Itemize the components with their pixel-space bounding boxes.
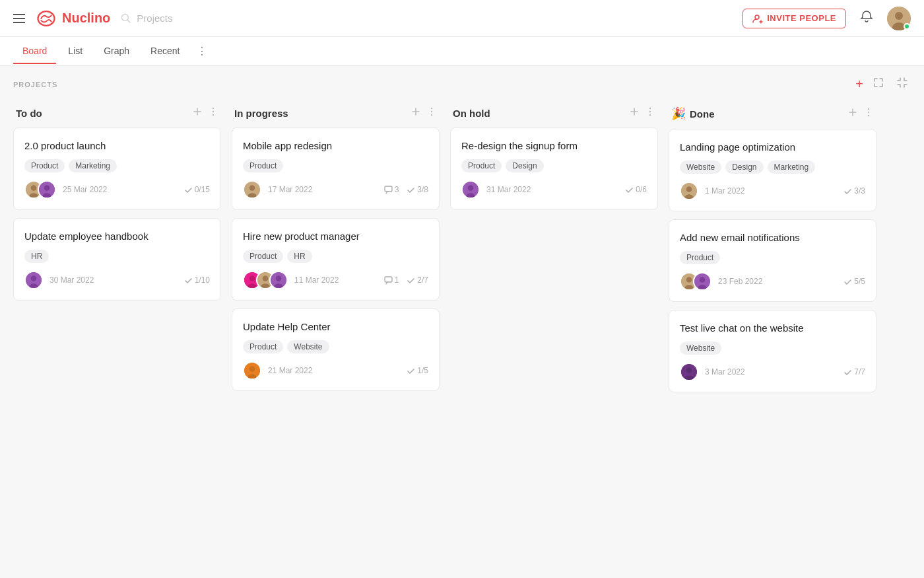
svg-point-42 [468, 185, 474, 191]
card-date: 23 Feb 2022 [718, 277, 762, 286]
svg-point-6 [213, 108, 214, 109]
column-header-in-progress: In progress [232, 101, 440, 127]
card[interactable]: Test live chat on the websiteWebsite 3 M… [669, 310, 876, 392]
card-tag: Product [680, 251, 720, 264]
projects-bar: PROJECTS + [0, 66, 924, 98]
card-avatars [24, 180, 56, 199]
more-tabs-button[interactable]: ⋮ [191, 38, 213, 64]
card[interactable]: Re-design the signup formProductDesign 3… [450, 127, 658, 210]
column-header-todo: To do [13, 101, 221, 127]
svg-point-22 [249, 185, 255, 191]
column-more-button-in-progress[interactable] [426, 106, 437, 120]
card-avatar [680, 363, 698, 381]
expand-button[interactable] [870, 75, 887, 93]
online-indicator [904, 23, 910, 30]
card-avatars [24, 271, 43, 289]
card[interactable]: Landing page optimizationWebsiteDesignMa… [669, 129, 876, 211]
card[interactable]: Mobile app redesignProduct 17 Mar 2022 3… [232, 127, 440, 210]
card-meta: 3 3/8 [384, 185, 428, 194]
card-footer: 23 Feb 2022 5/5 [680, 272, 865, 291]
invite-people-button[interactable]: INVITE PEOPLE [742, 9, 846, 28]
add-card-button-todo[interactable] [192, 106, 203, 120]
card-meta: 0/15 [184, 185, 210, 194]
tab-list[interactable]: List [59, 39, 92, 64]
logo-svg [36, 9, 57, 28]
done-emoji: 🎉 [671, 106, 686, 121]
card[interactable]: Add new email notificationsProduct 23 Fe… [669, 219, 876, 302]
card-tags: Website [680, 342, 865, 355]
svg-point-7 [213, 111, 214, 112]
column-on-hold: On holdRe-design the signup formProductD… [450, 101, 658, 558]
card-tag: Product [243, 250, 283, 263]
card-footer: 1 Mar 2022 3/3 [680, 182, 865, 200]
card[interactable]: 2.0 product launchProductMarketing 25 Ma… [13, 127, 221, 210]
tab-board[interactable]: Board [13, 39, 56, 64]
card-tags: WebsiteDesignMarketing [680, 161, 865, 174]
add-card-button-done[interactable] [847, 107, 858, 120]
card-footer: 11 Mar 2022 1 2/7 [243, 271, 428, 289]
card-footer: 17 Mar 2022 3 3/8 [243, 180, 428, 199]
card[interactable]: Update Help CenterProductWebsite 21 Mar … [232, 308, 440, 391]
card-footer: 30 Mar 2022 1/10 [24, 271, 210, 289]
svg-point-13 [44, 185, 50, 191]
column-title-on-hold: On hold [453, 108, 490, 119]
card-tags: Product [680, 251, 865, 264]
projects-section-label: PROJECTS [13, 81, 57, 89]
card-avatar [461, 180, 480, 199]
tab-recent[interactable]: Recent [141, 39, 189, 64]
column-title-done: 🎉Done [671, 106, 715, 121]
notification-bell-icon[interactable] [859, 9, 874, 27]
column-more-button-done[interactable] [863, 107, 874, 120]
card-comment-count: 1 [384, 275, 399, 285]
card-title: Update Help Center [243, 320, 428, 334]
card-avatars [243, 271, 288, 289]
card-tag: Product [24, 159, 65, 172]
card-date: 17 Mar 2022 [268, 185, 312, 194]
svg-point-46 [868, 115, 869, 116]
card[interactable]: Update employee handbookHR 30 Mar 2022 1… [13, 218, 221, 301]
user-avatar-wrap[interactable] [887, 7, 911, 30]
add-project-button[interactable]: + [855, 77, 863, 92]
search-label: Projects [137, 13, 172, 24]
card-comment-count: 3 [384, 185, 399, 194]
column-in-progress: In progressMobile app redesignProduct 17… [232, 101, 440, 558]
card-meta: 3/3 [843, 186, 865, 196]
card-tags: ProductMarketing [24, 159, 210, 172]
card-date: 21 Mar 2022 [268, 366, 312, 375]
card-tag: Website [680, 161, 721, 174]
header-right: INVITE PEOPLE [742, 7, 911, 30]
card-avatars [243, 361, 261, 380]
svg-point-19 [431, 111, 432, 112]
card-check-count: 3/3 [843, 186, 865, 196]
card-title: Landing page optimization [680, 140, 865, 154]
card-date: 3 Mar 2022 [705, 367, 745, 377]
collapse-button[interactable] [894, 75, 911, 93]
svg-point-57 [686, 367, 692, 373]
card-avatars [680, 272, 711, 291]
svg-point-8 [213, 114, 214, 116]
card-tag: Website [287, 340, 329, 353]
card-tags: Product [243, 159, 428, 172]
add-card-button-on-hold[interactable] [629, 106, 640, 120]
search-area[interactable]: Projects [121, 13, 172, 24]
add-card-button-in-progress[interactable] [411, 106, 421, 120]
card-check-count: 1/5 [407, 366, 428, 375]
hamburger-menu[interactable] [13, 14, 25, 23]
svg-point-54 [700, 277, 706, 283]
card[interactable]: Hire new product managerProductHR 11 Mar… [232, 218, 440, 301]
kanban-board: To do2.0 product launchProductMarketing … [0, 98, 924, 571]
tab-graph[interactable]: Graph [94, 39, 139, 64]
collapse-icon [896, 77, 908, 89]
column-title-in-progress: In progress [234, 108, 288, 119]
column-todo: To do2.0 product launchProductMarketing … [13, 101, 221, 558]
logo[interactable]: Nuclino [36, 9, 110, 28]
svg-point-36 [249, 366, 255, 372]
svg-point-45 [868, 112, 869, 113]
card-date: 31 Mar 2022 [486, 185, 531, 194]
logo-text: Nuclino [62, 11, 110, 26]
column-more-button-on-hold[interactable] [645, 106, 655, 120]
column-more-button-todo[interactable] [208, 106, 218, 120]
card-meta: 5/5 [843, 277, 865, 286]
card-tag: Website [680, 342, 721, 355]
invite-label: INVITE PEOPLE [767, 13, 836, 23]
